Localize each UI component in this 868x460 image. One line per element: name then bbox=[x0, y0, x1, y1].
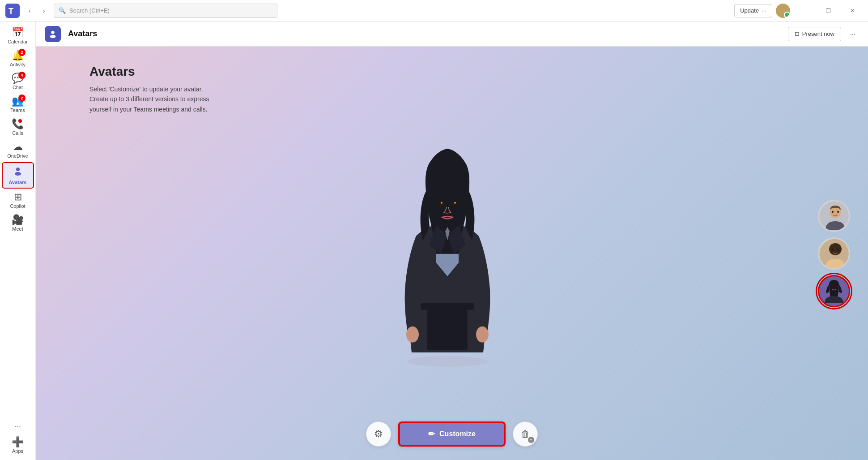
sidebar: 📅 Calendar 🔔 2 Activity 💬 4 Chat 👥 2 Tea… bbox=[0, 21, 36, 460]
close-button[interactable]: ✕ bbox=[842, 0, 863, 21]
page-info: Avatars Select 'Customize' to update you… bbox=[89, 64, 209, 114]
nav-forward-button[interactable]: › bbox=[38, 4, 50, 17]
copilot-icon: ⊞ bbox=[14, 192, 22, 202]
title-bar-right: Update ··· — ❐ ✕ bbox=[734, 0, 863, 21]
svg-point-11 bbox=[441, 202, 443, 203]
avatar-canvas: Avatars Select 'Customize' to update you… bbox=[36, 47, 868, 460]
sidebar-item-teams[interactable]: 👥 2 Teams bbox=[2, 94, 34, 116]
teams-logo: T bbox=[5, 4, 20, 18]
activity-badge: 2 bbox=[18, 49, 26, 56]
app-header-right: ⊡ Present now ··· bbox=[788, 27, 859, 41]
sidebar-label-calls: Calls bbox=[12, 130, 23, 136]
sidebar-item-apps[interactable]: ➕ Apps bbox=[2, 434, 34, 456]
content-area: Avatars ⊡ Present now ··· Avatars Select… bbox=[36, 21, 868, 460]
avatar-3d-figure bbox=[389, 137, 515, 379]
svg-point-6 bbox=[407, 356, 488, 366]
sidebar-label-copilot: Copilot bbox=[10, 203, 25, 209]
update-label: Update bbox=[740, 7, 759, 14]
sidebar-more-button[interactable]: ··· bbox=[12, 419, 24, 434]
svg-point-5 bbox=[50, 34, 56, 38]
nav-buttons: ‹ › bbox=[23, 4, 50, 17]
present-now-label: Present now bbox=[802, 30, 834, 37]
sidebar-label-onedrive: OneDrive bbox=[7, 153, 28, 159]
present-icon: ⊡ bbox=[795, 30, 800, 37]
page-title: Avatars bbox=[89, 64, 209, 79]
svg-point-2 bbox=[16, 168, 20, 171]
sidebar-label-teams: Teams bbox=[10, 107, 25, 113]
nav-back-button[interactable]: ‹ bbox=[23, 4, 36, 17]
minimize-button[interactable]: — bbox=[794, 0, 814, 21]
app-header: Avatars ⊡ Present now ··· bbox=[36, 21, 868, 47]
customize-pencil-icon: ✏ bbox=[428, 429, 435, 439]
customize-label: Customize bbox=[439, 430, 476, 438]
chat-badge: 4 bbox=[18, 72, 26, 79]
app-title: Avatars bbox=[68, 29, 97, 39]
activity-icon: 🔔 2 bbox=[12, 51, 24, 60]
user-avatar-button[interactable] bbox=[776, 4, 790, 18]
customize-button[interactable]: ✏ Customize bbox=[398, 421, 506, 447]
sidebar-label-apps: Apps bbox=[12, 448, 23, 454]
svg-point-24 bbox=[837, 249, 839, 250]
sidebar-item-onedrive[interactable]: ☁ OneDrive bbox=[2, 139, 34, 161]
calendar-icon: 📅 bbox=[12, 28, 24, 38]
svg-point-3 bbox=[15, 172, 21, 176]
delete-button[interactable]: 🗑 bbox=[513, 421, 538, 447]
sidebar-label-chat: Chat bbox=[13, 85, 23, 90]
update-dots: ··· bbox=[762, 7, 766, 14]
settings-icon: ⚙ bbox=[374, 428, 383, 440]
search-bar[interactable]: 🔍 Search (Ctrl+E) bbox=[54, 4, 277, 18]
app-more-options-button[interactable]: ··· bbox=[847, 28, 859, 40]
sidebar-item-avatars[interactable]: Avatars bbox=[2, 162, 34, 189]
svg-point-23 bbox=[832, 249, 834, 250]
maximize-button[interactable]: ❐ bbox=[818, 0, 838, 21]
svg-point-4 bbox=[51, 30, 54, 34]
svg-point-12 bbox=[454, 202, 456, 203]
sidebar-label-meet: Meet bbox=[12, 226, 23, 232]
avatars-nav-icon bbox=[13, 166, 23, 178]
svg-point-18 bbox=[830, 207, 841, 218]
present-now-button[interactable]: ⊡ Present now bbox=[788, 27, 841, 41]
sidebar-item-activity[interactable]: 🔔 2 Activity bbox=[2, 48, 34, 70]
svg-point-27 bbox=[831, 285, 833, 287]
teams-badge: 2 bbox=[18, 95, 26, 102]
avatar-thumbnail-3[interactable] bbox=[818, 275, 850, 307]
svg-point-28 bbox=[835, 285, 837, 287]
avatar-thumbnail-2[interactable] bbox=[818, 237, 850, 270]
app-icon bbox=[45, 26, 61, 42]
page-description: Select 'Customize' to update your avatar… bbox=[89, 84, 209, 114]
teams-nav-icon: 👥 2 bbox=[12, 96, 24, 106]
svg-point-14 bbox=[476, 326, 489, 342]
search-icon: 🔍 bbox=[59, 7, 66, 14]
sidebar-label-activity: Activity bbox=[10, 62, 26, 67]
svg-point-19 bbox=[832, 211, 834, 213]
svg-rect-16 bbox=[427, 310, 468, 350]
avatar-thumbnail-1[interactable] bbox=[818, 200, 850, 232]
svg-point-20 bbox=[837, 211, 839, 213]
svg-rect-15 bbox=[421, 303, 474, 310]
search-placeholder: Search (Ctrl+E) bbox=[69, 7, 110, 14]
svg-point-10 bbox=[451, 201, 457, 206]
bottom-controls: ⚙ + ✏ Customize 🗑 bbox=[366, 421, 538, 447]
sidebar-item-chat[interactable]: 💬 4 Chat bbox=[2, 71, 34, 93]
svg-point-13 bbox=[406, 326, 419, 342]
title-bar: T ‹ › 🔍 Search (Ctrl+E) Update ··· — ❐ ✕ bbox=[0, 0, 868, 21]
calls-icon: 📞 bbox=[12, 119, 24, 129]
sidebar-item-calls[interactable]: 📞 Calls bbox=[2, 116, 34, 138]
sidebar-item-copilot[interactable]: ⊞ Copilot bbox=[2, 189, 34, 211]
avatar-thumbnails bbox=[818, 200, 850, 307]
svg-text:T: T bbox=[9, 7, 13, 16]
calls-badge-dot bbox=[18, 119, 22, 123]
onedrive-icon: ☁ bbox=[13, 142, 23, 152]
chat-icon: 💬 4 bbox=[12, 73, 24, 83]
sidebar-item-calendar[interactable]: 📅 Calendar bbox=[2, 25, 34, 47]
sidebar-item-meet[interactable]: 🎥 Meet bbox=[2, 212, 34, 234]
settings-button[interactable]: ⚙ + bbox=[366, 421, 391, 447]
main-area: 📅 Calendar 🔔 2 Activity 💬 4 Chat 👥 2 Tea… bbox=[0, 21, 868, 460]
sidebar-label-avatars: Avatars bbox=[9, 180, 27, 185]
sidebar-label-calendar: Calendar bbox=[8, 39, 28, 44]
svg-point-9 bbox=[438, 201, 444, 206]
meet-icon: 🎥 bbox=[12, 215, 24, 225]
apps-icon: ➕ bbox=[12, 437, 24, 447]
update-button[interactable]: Update ··· bbox=[734, 4, 772, 17]
